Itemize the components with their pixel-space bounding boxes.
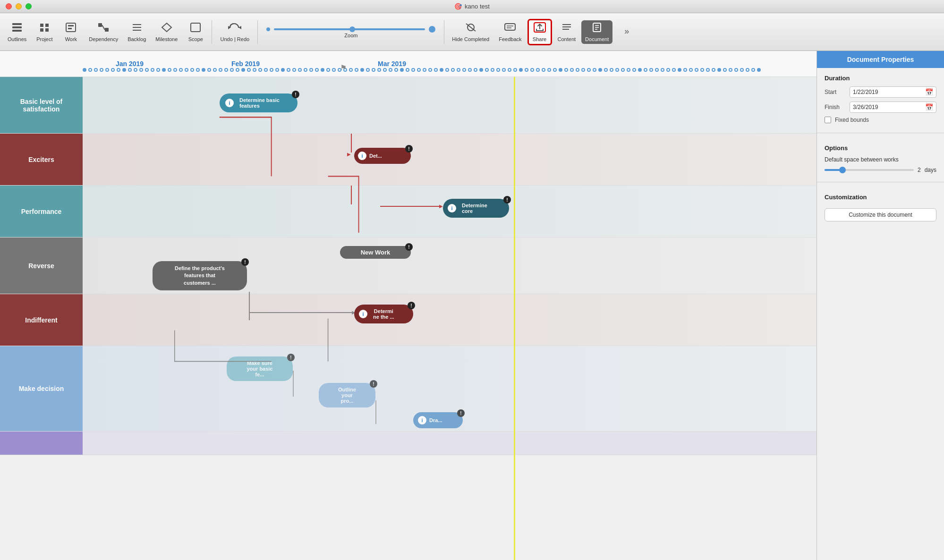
- gantt-rows-container[interactable]: Basic level ofsatisfaction i Determine b…: [0, 77, 816, 560]
- timeline-dot: [377, 68, 381, 72]
- work-item-define-product[interactable]: Define the product'sfeatures thatcustome…: [153, 261, 247, 290]
- timeline-dot: [230, 68, 234, 72]
- toolbar-item-more[interactable]: »: [614, 25, 639, 39]
- zoom-handle[interactable]: [349, 26, 355, 32]
- timeline-dot: [190, 68, 194, 72]
- row-content-bottom[interactable]: [83, 432, 816, 455]
- svg-rect-6: [45, 28, 49, 32]
- row-label-exciters: Exciters: [0, 134, 83, 185]
- zoom-slider-container[interactable]: [266, 26, 435, 33]
- feedback-label: Feedback: [499, 36, 521, 42]
- toolbar-item-undo-redo[interactable]: Undo | Redo: [216, 20, 254, 44]
- hide-completed-icon: [465, 22, 477, 35]
- maximize-button[interactable]: [26, 3, 32, 9]
- timeline-dot: [632, 68, 636, 72]
- work-item-det[interactable]: i Det... !: [354, 148, 411, 164]
- finish-calendar-icon[interactable]: 📅: [925, 103, 933, 111]
- timeline-dot: [94, 68, 98, 72]
- row-content-makedecision[interactable]: Make sureyour basicfe... ! Outlineyourpr…: [83, 346, 816, 431]
- timeline-dot: [179, 68, 183, 72]
- info-icon-exciters: i: [358, 152, 366, 160]
- toolbar-item-document[interactable]: Document: [581, 20, 612, 44]
- outlines-icon: [11, 22, 23, 35]
- window-controls[interactable]: [6, 3, 32, 9]
- toolbar-item-backlog[interactable]: Backlog: [124, 20, 150, 44]
- toolbar-item-outlines[interactable]: Outlines: [4, 20, 30, 44]
- timeline-dot: [729, 68, 732, 72]
- slider-unit: days: [925, 167, 936, 173]
- backlog-icon: [131, 22, 143, 35]
- slider-thumb[interactable]: [839, 167, 846, 173]
- timeline-dot: [253, 68, 256, 72]
- connector-h-indifferent: [249, 312, 354, 313]
- svg-rect-8: [68, 25, 74, 26]
- work-item-determine-basic[interactable]: i Determine basicfeatures !: [220, 93, 298, 112]
- toolbar-item-scope[interactable]: Scope: [183, 20, 208, 44]
- work-item-new-work[interactable]: New Work !: [340, 246, 411, 259]
- customize-button[interactable]: Customize this document: [825, 208, 936, 221]
- toolbar-item-milestone[interactable]: Milestone: [152, 20, 181, 44]
- toolbar-item-hide-completed[interactable]: Hide Completed: [448, 20, 493, 44]
- row-content-indifferent[interactable]: ▶ i Determine the ... !: [83, 294, 816, 346]
- timeline-dot: [196, 68, 200, 72]
- timeline-dot: [372, 68, 375, 72]
- document-icon: [591, 22, 603, 35]
- row-reverse: Reverse New Work ! Define the product'sf…: [0, 238, 816, 294]
- timeline-dot: [162, 68, 166, 72]
- row-label-basic: Basic level ofsatisfaction: [0, 77, 83, 133]
- fixed-bounds-checkbox[interactable]: [825, 117, 831, 123]
- row-content-performance[interactable]: ▶ i Determinecore !: [83, 186, 816, 237]
- toolbar-item-share[interactable]: Share: [527, 19, 552, 45]
- timeline-dot: [417, 68, 421, 72]
- timeline-dot: [661, 68, 664, 72]
- connector-h-performance: [380, 206, 442, 207]
- timeline-header: Jan 2019 Feb 2019 Mar 2019 ⚑: [0, 51, 816, 77]
- timeline-dot: [593, 68, 596, 72]
- row-content-exciters[interactable]: ▶ i Det... !: [83, 134, 816, 185]
- hide-completed-label: Hide Completed: [452, 36, 489, 42]
- timeline-dot: [168, 68, 171, 72]
- timeline-dot: [695, 68, 698, 72]
- toolbar-item-work[interactable]: Work: [59, 20, 83, 44]
- minimize-button[interactable]: [16, 3, 22, 9]
- milestone-icon: [161, 22, 172, 35]
- feedback-icon: [504, 22, 516, 35]
- timeline-dot: [321, 68, 324, 72]
- zoom-track[interactable]: [274, 28, 425, 30]
- timeline-dot: [411, 68, 415, 72]
- exclamation-performance: !: [503, 196, 511, 204]
- space-slider-track[interactable]: [825, 169, 914, 171]
- work-item-determine-core[interactable]: i Determinecore !: [443, 199, 509, 218]
- divider-1: [817, 133, 944, 133]
- timeline-dot: [689, 68, 693, 72]
- start-input[interactable]: 1/22/2019 📅: [850, 86, 936, 98]
- start-calendar-icon[interactable]: 📅: [925, 88, 933, 96]
- connector-v-outline: [375, 400, 376, 424]
- timeline-dot: [723, 68, 727, 72]
- svg-rect-11: [105, 28, 109, 32]
- more-icon: »: [624, 26, 629, 36]
- row-content-reverse[interactable]: New Work ! Define the product'sfeatures …: [83, 238, 816, 294]
- work-item-determine-the[interactable]: i Determine the ... !: [354, 305, 413, 323]
- timeline-dot: [700, 68, 704, 72]
- toolbar-item-feedback[interactable]: Feedback: [495, 20, 525, 44]
- timeline-dot: [638, 68, 642, 72]
- zoom-start-dot: [266, 27, 270, 31]
- toolbar-item-project[interactable]: Project: [32, 20, 57, 44]
- timeline-dot: [621, 68, 625, 72]
- options-title: Options: [825, 144, 936, 152]
- work-item-make-sure[interactable]: Make sureyour basicfe... !: [227, 356, 293, 381]
- finish-input[interactable]: 3/26/2019 📅: [850, 102, 936, 113]
- backlog-label: Backlog: [128, 36, 146, 42]
- work-item-outline[interactable]: Outlineyourpro... !: [319, 383, 375, 407]
- work-item-dra[interactable]: i Dra... !: [413, 412, 463, 428]
- info-icon-indifferent: i: [359, 310, 367, 318]
- row-content-basic[interactable]: i Determine basicfeatures !: [83, 77, 816, 133]
- timeline-dot: [275, 68, 279, 72]
- close-button[interactable]: [6, 3, 12, 9]
- timeline-dot: [655, 68, 659, 72]
- timeline-dot: [100, 68, 103, 72]
- toolbar-item-content[interactable]: Content: [554, 20, 580, 44]
- toolbar-item-dependency[interactable]: Dependency: [85, 20, 122, 44]
- timeline-dot: [315, 68, 319, 72]
